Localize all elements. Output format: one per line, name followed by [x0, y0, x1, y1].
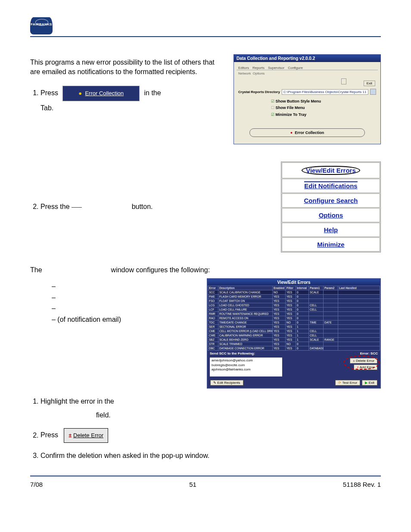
step1-tab: Tab.	[40, 104, 53, 112]
menu-edit-notifications[interactable]: Edit Notifications	[282, 179, 380, 193]
menu-configure-search[interactable]: Configure Search	[282, 193, 380, 208]
step-2: Press the button.	[40, 200, 271, 214]
dcr-titlebar: Data Collection and Reporting v2.0.0.2	[234, 55, 380, 62]
ve-title: View/Edit Errors	[208, 279, 380, 286]
table-row[interactable]: CWECALIBRATION WARNING ERRORYESYES1CELL	[208, 333, 380, 338]
table-row[interactable]: FSOFLOAT SWITCH ONYESYES0	[208, 299, 380, 303]
table-row[interactable]: CMECELL MOTION ERROR (LOAD CELL DRIFT)YE…	[208, 329, 380, 333]
footer-doc: 51188 Rev. 1	[343, 481, 381, 488]
dcr-options-checks: Show Button Style Menu Show File Menu Mi…	[237, 96, 378, 121]
table-row[interactable]: SCCSCALE CALIBRATION CHANGENOYES0SCALE	[208, 290, 380, 295]
menu-view-edit-errors[interactable]: View/Edit Errors	[282, 162, 380, 178]
step2-prefix: Press the	[40, 203, 70, 210]
ve-error-label: Error: SCC	[360, 352, 378, 355]
step2-suffix: button.	[132, 203, 153, 210]
step1-suffix: in the	[144, 89, 161, 96]
ve-exit-btn[interactable]: ▶ Exit	[362, 380, 377, 386]
dcr-check-minimize-to-tray[interactable]: Minimize To Tray	[271, 112, 378, 118]
ve-test-error-btn[interactable]: ⟳ Test Error	[335, 380, 360, 386]
table-row[interactable]: SBZSCALE BEHIND ZEROYESYES1SCALERANGE	[208, 338, 380, 342]
dcr-main-tabs: EditorsReportsSupervisorConfigure	[237, 65, 378, 70]
ve-email-list[interactable]: arnedjohnson@yahoo.com bobregis@excite.c…	[210, 358, 282, 376]
ve-errors-table[interactable]: ErrorDescriptionEnabledFilterIntervalPar…	[208, 286, 380, 351]
table-row[interactable]: RMRROUTINE MAINTENANCE REQUIREDYESYES0	[208, 312, 380, 316]
ve-send-label: Send SCC to the Following:	[210, 352, 255, 355]
del-step-3: Confirm the deletion when asked in the p…	[40, 449, 381, 463]
dcr-reports-dir-label: Crystal Reports Directory	[238, 90, 280, 94]
error-collection-button[interactable]: ● Error Collection	[62, 86, 140, 101]
header-rule: FAIRBANKS	[30, 17, 381, 37]
footer-page: 51	[189, 481, 196, 488]
window-configures: window configures the following:	[111, 266, 210, 274]
step-1: Press ● Error Collection in the Tab.	[40, 86, 223, 115]
table-row[interactable]: SERSECTIONAL ERRORYESYES1	[208, 325, 380, 329]
table-row[interactable]: STRSCALE TRIMMEDYESNO0	[208, 342, 380, 346]
dcr-exit-btn[interactable]: Exit	[364, 81, 375, 86]
fairbanks-logo: FAIRBANKS	[30, 17, 53, 34]
table-row[interactable]: TDCTIME/DATE CHANGEYESNO0TIMEDATE	[208, 320, 380, 325]
table-row[interactable]: DBCDATABASE CONNECTION ERRORYESYES0DATAB…	[208, 346, 380, 351]
footer-date: 7/08	[30, 481, 43, 488]
dcr-check-show-button-style[interactable]: Show Button Style Menu	[271, 98, 378, 105]
menu-minimize[interactable]: Minimize	[282, 237, 380, 252]
del-step-1: Highlight the error in the field.	[40, 395, 381, 422]
table-row[interactable]: RAOREMOTE ACCESS ONYESYES0	[208, 316, 380, 320]
del-step-2: Press ± Delete Error	[40, 428, 381, 443]
dcr-reports-dir-input[interactable]	[282, 89, 368, 95]
menu-help[interactable]: Help	[282, 223, 380, 237]
step1-prefix: Press	[40, 89, 58, 96]
page-footer: 7/08 51 51188 Rev. 1	[30, 476, 381, 488]
delete-error-button[interactable]: ± Delete Error	[64, 428, 108, 443]
dcr-browse-icon[interactable]	[370, 89, 376, 95]
config-bullets: (of notification email)	[43, 281, 196, 325]
dcr-subtabs: Network Options	[237, 70, 378, 77]
dcr-screenshot: Data Collection and Reporting v2.0.0.2 E…	[234, 54, 381, 144]
menu-panel: View/Edit Errors Edit Notifications Conf…	[281, 162, 381, 252]
table-row[interactable]: LCFLOAD CELL FAILUREYESYES0CELL	[208, 308, 380, 312]
ve-delete-error-btn[interactable]: ± Delete Error	[350, 358, 377, 364]
ve-add-error-btn[interactable]: + Add Error	[354, 364, 377, 370]
intro-paragraph: This programs a new error possibility to…	[30, 58, 223, 77]
the-label: The	[30, 266, 42, 274]
dcr-error-collection-btn[interactable]: ● Error Collection	[249, 128, 365, 137]
menu-options[interactable]: Options	[282, 208, 380, 222]
table-row[interactable]: LCGLOAD CELL GHOSTEDYESYES0CELL	[208, 303, 380, 308]
view-edit-errors-panel: View/Edit Errors ErrorDescriptionEnabled…	[207, 278, 381, 389]
table-row[interactable]: FMEFLASH CARD MEMORY ERRORYESYES0	[208, 295, 380, 299]
ve-edit-recipients-btn[interactable]: ✎ Edit Recipients	[210, 380, 243, 386]
dcr-check-show-file-menu[interactable]: Show File Menu	[271, 105, 378, 111]
